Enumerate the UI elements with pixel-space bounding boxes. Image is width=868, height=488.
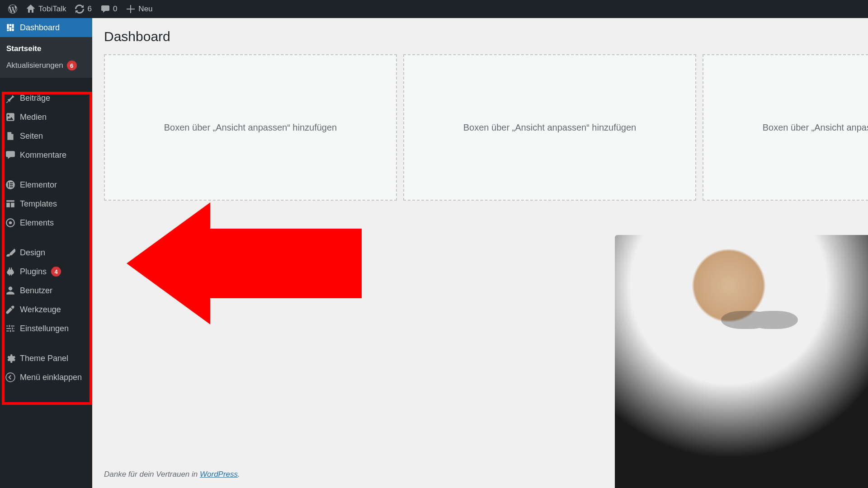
new-content-menu[interactable]: Neu <box>122 0 157 18</box>
svg-marker-8 <box>127 202 362 324</box>
menu-tools[interactable]: Werkzeuge <box>0 300 92 319</box>
gear-icon <box>5 353 15 363</box>
red-arrow-annotation <box>127 202 362 324</box>
svg-point-7 <box>6 373 15 382</box>
pin-icon <box>5 93 15 103</box>
refresh-icon <box>75 5 84 14</box>
updates-menu[interactable]: 6 <box>71 0 96 18</box>
dashboard-submenu: Startseite Aktualisierungen 6 <box>0 37 92 78</box>
wordpress-logo-menu[interactable] <box>4 0 22 18</box>
home-icon <box>26 5 35 14</box>
sliders-icon <box>5 324 15 333</box>
svg-rect-4 <box>10 186 13 187</box>
svg-point-6 <box>9 221 12 225</box>
menu-elementor[interactable]: Elementor <box>0 175 92 194</box>
site-name-menu[interactable]: TobiTalk <box>22 0 71 18</box>
submenu-updates[interactable]: Aktualisierungen 6 <box>0 57 92 74</box>
footer-prefix: Danke für dein Vertrauen in <box>104 470 200 479</box>
comments-menu[interactable]: 0 <box>96 0 122 18</box>
menu-templates[interactable]: Templates <box>0 194 92 213</box>
comment-icon <box>101 5 110 14</box>
plus-icon <box>126 5 135 14</box>
footer-wordpress-link[interactable]: WordPress <box>200 470 238 479</box>
user-icon <box>5 286 15 296</box>
menu-design[interactable]: Design <box>0 243 92 262</box>
footer: Danke für dein Vertrauen in WordPress. <box>104 470 240 479</box>
dashboard-widget-boxes: Boxen über „Ansicht anpassen“ hinzufügen… <box>104 54 856 201</box>
media-icon <box>5 112 15 122</box>
page-title: Dashboard <box>104 29 856 44</box>
menu-comments[interactable]: Kommentare <box>0 145 92 164</box>
menu-theme-panel[interactable]: Theme Panel <box>0 349 92 368</box>
presenter-webcam-overlay <box>615 235 868 488</box>
empty-widget-box-1[interactable]: Boxen über „Ansicht anpassen“ hinzufügen <box>104 54 397 201</box>
comments-icon <box>5 150 15 160</box>
menu-elements[interactable]: Elements <box>0 213 92 232</box>
empty-widget-box-3[interactable]: Boxen über „Ansicht anpassen“ hinzufügen <box>703 54 868 201</box>
comments-count: 0 <box>113 5 117 14</box>
admin-sidebar: Dashboard Startseite Aktualisierungen 6 … <box>0 18 92 488</box>
menu-posts[interactable]: Beiträge <box>0 89 92 108</box>
dashboard-icon <box>5 23 15 33</box>
svg-rect-3 <box>10 184 13 185</box>
wordpress-icon <box>8 5 17 14</box>
footer-suffix: . <box>238 470 240 479</box>
menu-dashboard[interactable]: Dashboard <box>0 18 92 37</box>
svg-rect-2 <box>10 183 13 183</box>
menu-users[interactable]: Benutzer <box>0 281 92 300</box>
elementor-icon <box>5 180 15 190</box>
menu-pages[interactable]: Seiten <box>0 127 92 145</box>
updates-badge: 6 <box>67 61 77 70</box>
page-icon <box>5 131 15 141</box>
menu-dashboard-label: Dashboard <box>20 23 60 33</box>
wrench-icon <box>5 305 15 314</box>
admin-bar: TobiTalk 6 0 Neu <box>0 0 868 18</box>
menu-settings[interactable]: Einstellungen <box>0 319 92 338</box>
templates-icon <box>5 199 15 209</box>
new-label: Neu <box>138 5 152 14</box>
submenu-home[interactable]: Startseite <box>0 41 92 57</box>
menu-media[interactable]: Medien <box>0 108 92 127</box>
menu-plugins[interactable]: Plugins 4 <box>0 262 92 281</box>
svg-rect-1 <box>8 183 9 188</box>
site-name-label: TobiTalk <box>38 5 66 14</box>
menu-collapse[interactable]: Menü einklappen <box>0 368 92 387</box>
elements-icon <box>5 218 15 228</box>
updates-count: 6 <box>87 5 91 14</box>
empty-widget-box-2[interactable]: Boxen über „Ansicht anpassen“ hinzufügen <box>403 54 696 201</box>
brush-icon <box>5 248 15 258</box>
plug-icon <box>5 267 15 277</box>
plugins-badge: 4 <box>51 267 61 277</box>
collapse-icon <box>5 372 15 382</box>
